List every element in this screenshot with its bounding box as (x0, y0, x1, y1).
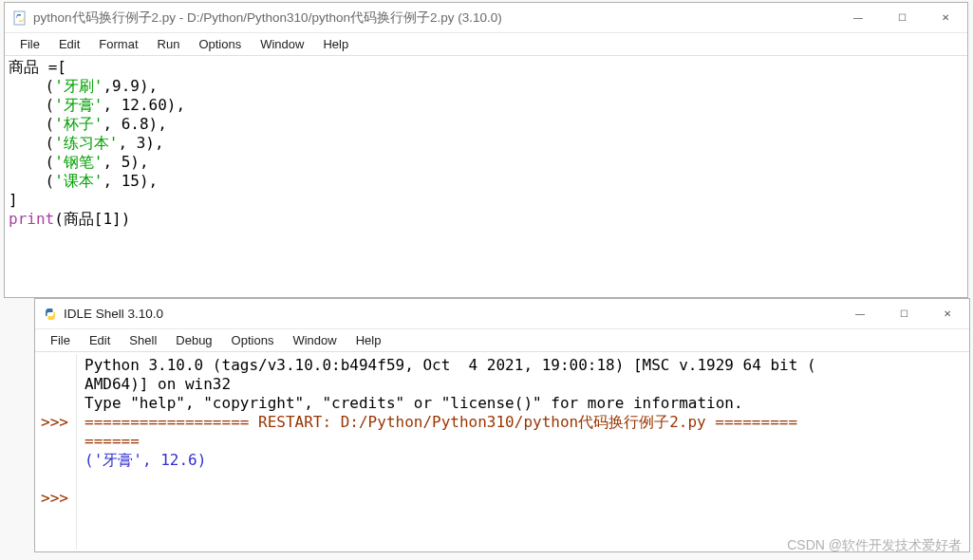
code-editor[interactable]: 商品 =[ ('牙刷',9.9), ('牙膏', 12.60), ('杯子', … (5, 56, 967, 297)
menu-help[interactable]: Help (346, 331, 391, 349)
menubar: File Edit Shell Debug Options Window Hel… (35, 329, 969, 352)
idle-shell-window: IDLE Shell 3.10.0 — ☐ ✕ File Edit Shell … (34, 298, 970, 552)
window-title: python代码换行例子2.py - D:/Python/Python310/p… (33, 9, 836, 27)
minimize-button[interactable]: — (836, 4, 880, 32)
menu-edit[interactable]: Edit (49, 35, 89, 53)
menu-shell[interactable]: Shell (120, 331, 166, 349)
menu-run[interactable]: Run (148, 35, 190, 53)
maximize-button[interactable]: ☐ (882, 300, 926, 328)
python-app-icon (43, 307, 58, 322)
close-button[interactable]: ✕ (926, 300, 969, 328)
python-file-icon (12, 10, 28, 26)
window-controls: — ☐ ✕ (836, 4, 967, 32)
window-controls: — ☐ ✕ (838, 300, 969, 328)
idle-editor-window: python代码换行例子2.py - D:/Python/Python310/p… (4, 2, 968, 298)
titlebar[interactable]: IDLE Shell 3.10.0 — ☐ ✕ (35, 299, 969, 329)
menu-file[interactable]: File (10, 35, 49, 53)
menu-debug[interactable]: Debug (166, 331, 221, 349)
shell-output[interactable]: >>> >>> Python 3.10.0 (tags/v3.10.0:b494… (35, 352, 969, 551)
minimize-button[interactable]: — (838, 300, 882, 328)
menu-window[interactable]: Window (251, 35, 313, 53)
window-title: IDLE Shell 3.10.0 (64, 307, 838, 321)
menubar: File Edit Format Run Options Window Help (5, 33, 967, 56)
menu-help[interactable]: Help (313, 35, 358, 53)
menu-options[interactable]: Options (222, 331, 284, 349)
prompt-gutter: >>> >>> (39, 354, 77, 550)
menu-format[interactable]: Format (89, 35, 147, 53)
shell-content[interactable]: Python 3.10.0 (tags/v3.10.0:b494f59, Oct… (77, 354, 965, 550)
close-button[interactable]: ✕ (924, 4, 967, 32)
titlebar[interactable]: python代码换行例子2.py - D:/Python/Python310/p… (5, 3, 967, 33)
menu-edit[interactable]: Edit (80, 331, 120, 349)
menu-options[interactable]: Options (189, 35, 251, 53)
menu-file[interactable]: File (41, 331, 80, 349)
maximize-button[interactable]: ☐ (880, 4, 924, 32)
menu-window[interactable]: Window (283, 331, 346, 349)
